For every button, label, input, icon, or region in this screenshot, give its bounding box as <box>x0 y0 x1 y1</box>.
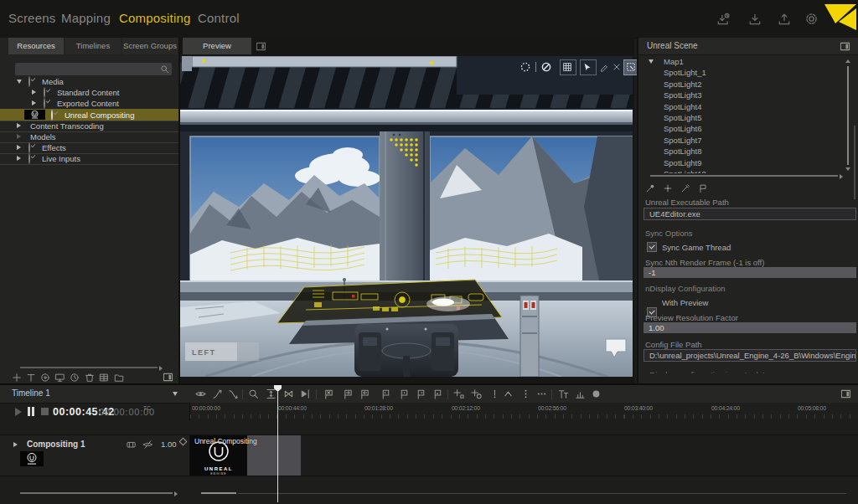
scroll-up-arrow[interactable] <box>845 59 850 63</box>
scene-tree-item[interactable]: SpotLight7 <box>640 135 843 146</box>
tab-timelines[interactable]: Timelines <box>65 38 121 54</box>
collapsed-caret-icon[interactable] <box>17 156 21 161</box>
check-circle-icon[interactable] <box>44 87 45 98</box>
scene-tree-item[interactable]: SpotLight4 <box>640 101 843 112</box>
expanded-caret-icon[interactable] <box>17 80 22 84</box>
flag-2-icon[interactable] <box>399 388 410 399</box>
scene-tree-item[interactable]: SpotLight8 <box>640 146 843 157</box>
marker-out-icon[interactable] <box>359 388 370 399</box>
nav-tab-screens[interactable]: Screens <box>8 11 55 25</box>
scene-tree-item[interactable]: SpotLight9 <box>640 157 843 168</box>
timeline-ruler[interactable]: 00:00:00:00 00:00:44:00 00:01:28:00 00:0… <box>189 403 858 420</box>
check-circle-icon[interactable] <box>44 98 45 109</box>
ease-out-icon[interactable] <box>228 388 239 399</box>
pipette-icon[interactable] <box>645 183 655 193</box>
text-size-icon[interactable] <box>558 388 569 399</box>
scene-tree-item[interactable]: SpotLight2 <box>640 79 843 90</box>
timeline-scrollbar-thumb[interactable] <box>201 492 236 494</box>
timeline-dropdown-icon[interactable] <box>173 392 178 396</box>
record-icon[interactable] <box>591 388 602 399</box>
preview-scene[interactable]: LEFT <box>180 56 633 377</box>
flag-4-icon[interactable] <box>432 388 443 399</box>
sync-game-thread-checkbox[interactable] <box>647 242 657 252</box>
track-name[interactable]: Compositing 1 <box>27 440 85 449</box>
scroll-right-arrow[interactable] <box>840 174 843 179</box>
detach-panel-icon[interactable] <box>840 389 851 399</box>
track-thumbnail[interactable] <box>20 451 44 466</box>
horizontal-scrollbar[interactable] <box>20 367 158 368</box>
tree-item-live-inputs[interactable]: Live Inputs <box>0 153 178 165</box>
flag-1-icon[interactable] <box>380 388 391 399</box>
transform-tool-icon[interactable] <box>612 62 622 72</box>
tab-preview[interactable]: Preview <box>183 38 251 54</box>
tool-icon[interactable] <box>680 183 690 193</box>
check-circle-icon[interactable] <box>51 110 53 121</box>
add-timer-icon[interactable] <box>471 388 482 399</box>
tree-item-effects[interactable]: Effects <box>0 142 178 154</box>
collapsed-caret-icon[interactable] <box>17 145 21 150</box>
download-icon[interactable] <box>748 13 762 26</box>
scene-tree-item[interactable]: SpotLight10 <box>640 168 843 173</box>
media-card-icon[interactable] <box>126 440 137 450</box>
no-output-icon[interactable] <box>540 61 552 73</box>
keyframe-diamond-icon[interactable] <box>179 438 188 446</box>
levels-icon[interactable] <box>575 388 586 399</box>
scene-tree-item[interactable]: SpotLight6 <box>640 123 843 134</box>
save-history-icon[interactable] <box>716 13 730 26</box>
tab-screen-groups[interactable]: Screen Groups <box>122 38 178 54</box>
detach-panel-icon[interactable] <box>840 42 850 51</box>
track-opacity-value[interactable]: 1.00 <box>161 440 177 449</box>
scene-tree-root[interactable]: Map1 <box>640 56 843 67</box>
scroll-right-arrow[interactable] <box>159 366 163 371</box>
check-circle-icon[interactable] <box>28 142 30 153</box>
config-file-path-input[interactable]: D:\unreal_projects\Unreal_Engine_4-26_B\… <box>644 349 856 362</box>
executable-path-input[interactable]: UE4Editor.exe <box>644 208 856 220</box>
scene-tree-item[interactable]: SpotLight_1 <box>640 67 843 78</box>
fit-height-icon[interactable] <box>266 388 277 399</box>
preview-resolution-input[interactable]: 1.00 <box>644 322 856 333</box>
pause-button[interactable] <box>28 407 35 416</box>
marker-x-icon[interactable] <box>323 388 334 399</box>
check-circle-icon[interactable] <box>28 153 30 164</box>
tree-item-models[interactable]: Models <box>0 131 178 143</box>
tree-item-exported-content[interactable]: Exported Content <box>0 98 178 109</box>
pen-tool-icon[interactable] <box>599 62 609 72</box>
collapsed-caret-icon[interactable] <box>32 90 36 95</box>
scroll-right-arrow[interactable] <box>174 491 178 496</box>
cursor-tool-button[interactable] <box>580 59 597 75</box>
detach-panel-icon[interactable] <box>163 373 173 382</box>
nav-tab-mapping[interactable]: Mapping <box>61 11 111 25</box>
tree-item-content-transcoding[interactable]: Content Transcoding <box>0 121 178 132</box>
tab-resources[interactable]: Resources <box>8 38 64 54</box>
screen-icon[interactable] <box>54 373 65 383</box>
tree-item-standard-content[interactable]: Standard Content <box>0 87 178 98</box>
playhead-line[interactable] <box>277 392 278 502</box>
folder-icon[interactable] <box>114 373 124 383</box>
timecode-mode-label[interactable]: TC <box>143 405 151 411</box>
sync-nth-input[interactable]: -1 <box>644 267 856 278</box>
vertical-scrollbar[interactable] <box>847 66 849 165</box>
nav-tab-compositing[interactable]: Compositing <box>119 11 191 25</box>
add-icon[interactable] <box>12 373 22 383</box>
timeline-scrollbar-track[interactable] <box>238 493 846 494</box>
settings-gear-icon[interactable] <box>804 12 819 26</box>
caret-icon[interactable] <box>503 388 514 399</box>
nav-tab-control[interactable]: Control <box>198 11 240 25</box>
more-horizontal-icon[interactable] <box>536 388 547 399</box>
check-circle-icon[interactable] <box>28 76 30 87</box>
window-vertical-scrollbar[interactable] <box>854 126 855 199</box>
search-input[interactable] <box>15 63 172 75</box>
grid-toggle-button[interactable] <box>560 59 576 75</box>
scene-tree-list[interactable]: Map1 SpotLight_1 SpotLight2 SpotLight3 S… <box>640 56 843 173</box>
text-icon[interactable] <box>26 373 36 383</box>
zoom-icon[interactable] <box>248 388 259 399</box>
more-vertical-icon[interactable] <box>520 388 531 399</box>
eye-icon[interactable] <box>195 388 206 399</box>
collapsed-caret-icon[interactable] <box>32 100 36 105</box>
grid-icon[interactable] <box>99 373 109 383</box>
play-button[interactable] <box>15 408 22 416</box>
scene-tree-item[interactable]: SpotLight5 <box>640 112 843 123</box>
scene-tree-item[interactable]: SpotLight3 <box>640 90 843 100</box>
detach-panel-icon[interactable] <box>256 42 266 51</box>
trash-icon[interactable] <box>85 373 95 383</box>
